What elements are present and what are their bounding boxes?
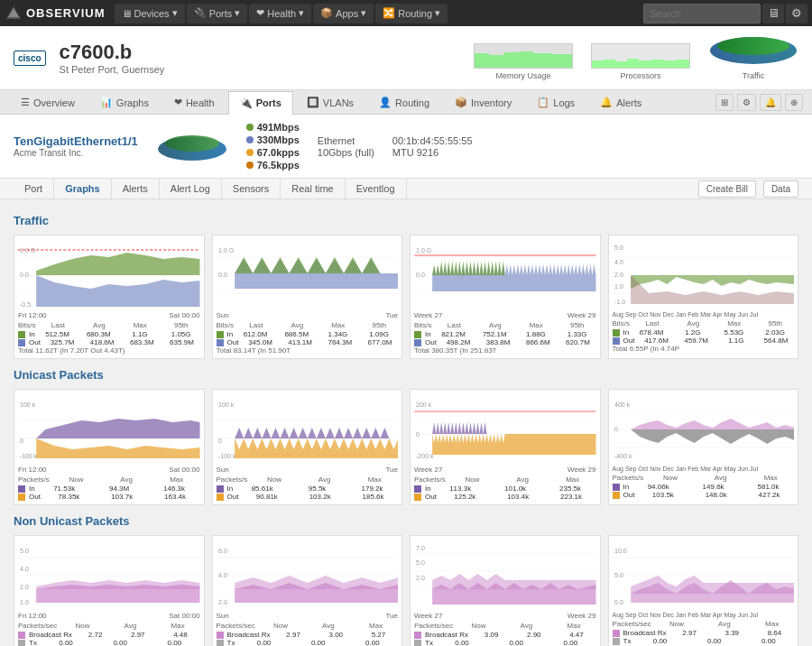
chevron-down-icon: ▾ [172,7,178,19]
traffic-chart-1week: 1.0 G 0.0 Sun Tue Bits/sLast Avg Max 95t… [212,235,403,359]
unicast-chart-2day: 100 k 0 -100 k Fri 12:00 Sat 00:00 Packe… [14,389,205,505]
port-visual [156,131,228,162]
subtab-eventlog[interactable]: Eventlog [346,179,407,198]
traffic-stats-2day: Bits/sLast Avg Max 95th In 512.5M 680.3M… [18,321,200,355]
traffic-charts-row: 1.0 G 0.0 -0.5 Fri 12:00 Sat 00:00 Bits/… [14,235,798,359]
device-charts: Memory Usage Processors [474,35,798,80]
logo-text: OBSERVIUM [26,6,106,20]
ports-menu[interactable]: 🔌 Ports ▾ [187,4,248,23]
nonuticast-svg-2day: 5.0 4.0 2.0 1.0 [18,540,200,612]
svg-text:5.0: 5.0 [416,559,425,566]
svg-text:0: 0 [218,438,222,444]
tab-icon-2[interactable]: ⚙ [737,94,756,111]
processor-label: Processors [591,71,690,80]
health-icon: ❤ [256,7,264,19]
svg-text:2.0: 2.0 [218,599,227,605]
tab-inventory[interactable]: 📦 Inventory [443,90,523,114]
svg-text:0: 0 [614,426,618,432]
routing-menu[interactable]: 🔀 Routing ▾ [375,4,448,23]
nonuticast-svg-year: 10.0 5.0 0.0 [613,540,795,612]
unicast-section-title: Unicast Packets [14,368,798,382]
speed-in: 491Mbps [257,122,300,133]
tab-icon-1[interactable]: ⊞ [715,94,734,111]
svg-text:10.0: 10.0 [614,548,627,554]
data-button[interactable]: Data [763,180,798,198]
devices-menu[interactable]: 🖥 Devices ▾ [115,4,185,23]
nonuticast-chart-2day: 5.0 4.0 2.0 1.0 Fri 12:00 Sat 00:00 Pack… [14,535,205,646]
svg-text:6.0: 6.0 [218,548,227,554]
in-legend [18,331,25,338]
port-name-section: TenGigabitEthernet1/1 Acme Transit Inc. [14,134,138,158]
main-content: Traffic 1.0 G 0.0 -0.5 [0,199,812,646]
tab-icon-4[interactable]: ⊕ [785,94,803,111]
top-navigation: OBSERVIUM 🖥 Devices ▾ 🔌 Ports ▾ ❤ Health… [0,0,812,26]
port-mac: 00:1b:d4:55:55:55 [392,135,473,146]
overview-icon: ☰ [21,97,30,108]
tab-logs[interactable]: 📋 Logs [525,90,586,114]
traffic-chart-1month: 1.0 G 0.0 Week 27 Week 29 Bits/sLast Avg… [410,235,601,359]
out-legend [18,339,25,346]
subtab-graphs[interactable]: Graphs [54,179,112,198]
nonuticast-svg-month: 7.0 5.0 2.0 [414,540,596,612]
subtab-sensors[interactable]: Sensors [222,179,281,198]
svg-text:1.0: 1.0 [614,283,623,290]
traffic-total-2day: Total 11.62T (In 7.20T Out 4.43T) [18,346,200,355]
nonuticast-chart-1week: 6.0 4.0 2.0 Sun Tue Packets/secNow Avg M… [212,535,403,646]
traffic-time-2day: Fri 12:00 Sat 00:00 [18,311,200,319]
search-input[interactable] [643,4,761,23]
traffic-time-1week: Sun Tue [217,311,399,319]
subtab-port[interactable]: Port [14,179,54,198]
create-bill-button[interactable]: Create Bill [698,180,756,198]
svg-text:7.0: 7.0 [416,545,425,551]
routing-tab-icon: 👤 [379,97,392,108]
svg-text:1.0: 1.0 [20,599,29,605]
tab-ports[interactable]: 🔌 Ports [228,91,293,115]
apps-icon: 📦 [320,7,333,19]
unicast-svg-2day: 100 k 0 -100 k [18,393,200,466]
svg-text:0.0: 0.0 [416,272,425,278]
tab-health[interactable]: ❤ Health [162,90,226,114]
svg-text:2.0: 2.0 [614,272,623,278]
speed-pps2: 76.5kpps [257,160,300,171]
tab-action-icons: ⊞ ⚙ 🔔 ⊕ [715,94,803,111]
nonuticast-charts-row: 5.0 4.0 2.0 1.0 Fri 12:00 Sat 00:00 Pack… [14,535,798,646]
main-tabs: ☰ Overview 📊 Graphs ❤ Health 🔌 Ports 🔲 V… [0,90,812,115]
subtab-alertlog[interactable]: Alert Log [160,179,222,198]
device-location: St Peter Port, Guernsey [60,64,165,75]
traffic-label: Traffic [708,71,798,80]
port-info-bar: TenGigabitEthernet1/1 Acme Transit Inc. … [0,115,812,179]
pps-dot [246,149,254,156]
devices-icon: 🖥 [122,8,132,19]
apps-menu[interactable]: 📦 Apps ▾ [313,4,374,23]
health-menu[interactable]: ❤ Health ▾ [249,4,311,23]
cisco-logo: cisco [14,51,46,66]
out-speed-dot [246,136,254,143]
svg-point-3 [717,37,789,55]
user-menu-btn[interactable]: ⚙ [786,4,807,23]
svg-text:5.0: 5.0 [20,548,29,554]
traffic-svg-month: 1.0 G 0.0 [414,239,596,311]
svg-text:-100 k: -100 k [218,453,236,459]
vlans-icon: 🔲 [307,97,319,108]
monitor-icon-btn[interactable]: 🖥 [762,4,784,23]
nonuticast-svg-week: 6.0 4.0 2.0 [217,540,399,612]
port-mtu: MTU 9216 [392,147,473,158]
graphs-icon: 📊 [100,97,113,108]
tab-graphs[interactable]: 📊 Graphs [88,90,161,114]
svg-text:1.0 G: 1.0 G [416,247,431,254]
app-logo: OBSERVIUM [5,5,106,23]
tab-vlans[interactable]: 🔲 VLANs [295,90,365,114]
routing-icon: 🔀 [383,7,395,19]
unicast-svg-year: 400 k 0 -400 k [613,393,795,466]
tab-routing[interactable]: 👤 Routing [367,90,441,114]
tab-overview[interactable]: ☰ Overview [9,90,87,114]
subtab-realtime[interactable]: Real time [281,179,345,198]
tab-icon-3[interactable]: 🔔 [760,94,781,111]
subtab-alerts[interactable]: Alerts [112,179,160,198]
nonuticast-chart-1year: 10.0 5.0 0.0 Aug Sep Oct Nov Dec Jan Feb… [608,535,799,646]
health-tab-icon: ❤ [174,97,182,108]
traffic-svg-week: 1.0 G 0.0 [217,239,399,311]
alerts-icon: 🔔 [600,97,613,108]
subtab-actions: Create Bill Data [698,180,798,198]
tab-alerts[interactable]: 🔔 Alerts [588,90,653,114]
